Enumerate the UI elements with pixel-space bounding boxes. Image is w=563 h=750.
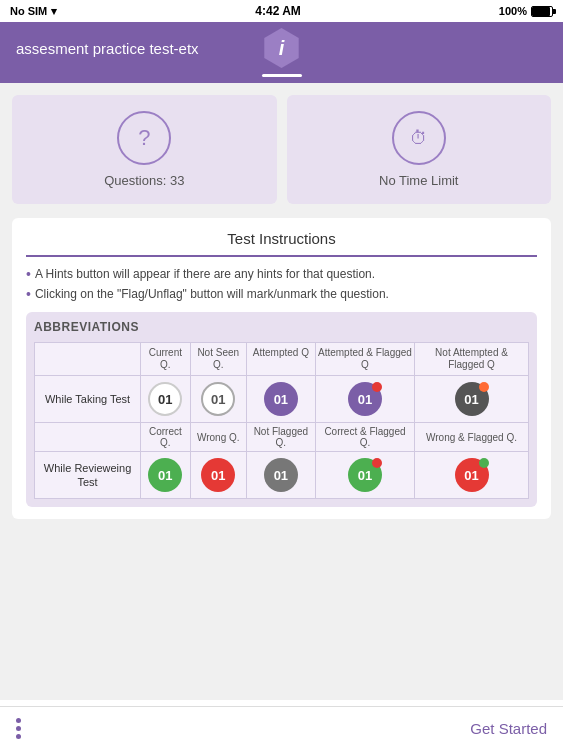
col-header-notattempted-flagged: Not Attempted & Flagged Q [415, 343, 529, 376]
taking-test-label: While Taking Test [35, 376, 141, 423]
get-started-button[interactable]: Get Started [470, 720, 547, 737]
notflagged-q-header: Not Flagged Q. [246, 423, 315, 452]
dot-1 [16, 718, 21, 723]
taking-attempted-flagged-badge: 01 [348, 382, 382, 416]
tab-indicator [262, 74, 302, 77]
instructions-divider [26, 255, 537, 257]
reviewing-correct-badge: 01 [148, 458, 182, 492]
taking-current-badge: 01 [148, 382, 182, 416]
reviewing-notflagged-cell: 01 [246, 452, 315, 499]
status-right: 100% [499, 5, 553, 17]
carrier-text: No SIM [10, 5, 47, 17]
reviewing-test-row: While Revieweing Test 01 01 01 01 [35, 452, 529, 499]
bullet-1: • [26, 266, 31, 282]
reviewing-notflagged-badge: 01 [264, 458, 298, 492]
instruction-item-2: • Clicking on the "Flag/Unflag" button w… [26, 287, 537, 302]
col-header-attempted-flagged: Attempted & Flagged Q [315, 343, 414, 376]
wrongflagged-q-header: Wrong & Flagged Q. [415, 423, 529, 452]
reviewing-wrongflagged-badge: 01 [455, 458, 489, 492]
bullet-2: • [26, 286, 31, 302]
taking-test-row: While Taking Test 01 01 01 01 [35, 376, 529, 423]
signal-icon: ▾ [51, 5, 57, 18]
status-bar: No SIM ▾ 4:42 AM 100% [0, 0, 563, 22]
correctflagged-q-header: Correct & Flagged Q. [315, 423, 414, 452]
bottom-bar: Get Started [0, 706, 563, 750]
instructions-section: Test Instructions • A Hints button will … [12, 218, 551, 519]
status-left: No SIM ▾ [10, 5, 57, 18]
taking-attempted-flagged-cell: 01 [315, 376, 414, 423]
abbreviations-table: Current Q. Not Seen Q. Attempted Q Attem… [34, 342, 529, 499]
header: assesment practice test-etx i [0, 22, 563, 74]
col-header-empty [35, 343, 141, 376]
questions-card: ? Questions: 33 [12, 95, 277, 204]
wrong-q-header: Wrong Q. [190, 423, 246, 452]
abbreviations-section: ABBREVIATIONS Current Q. Not Seen Q. Att… [26, 312, 537, 507]
status-time: 4:42 AM [255, 4, 301, 18]
flag-red-dot [372, 382, 382, 392]
instruction-text-2: Clicking on the "Flag/Unflag" button wil… [35, 287, 389, 301]
info-badge[interactable]: i [262, 28, 302, 68]
instruction-text-1: A Hints button will appear if there are … [35, 267, 375, 281]
taking-notattempted-flagged-cell: 01 [415, 376, 529, 423]
correct-q-header: Correct Q. [141, 423, 190, 452]
taking-notattempted-flagged-badge: 01 [455, 382, 489, 416]
abbreviations-title: ABBREVIATIONS [34, 320, 529, 334]
time-card: ⏱ No Time Limit [287, 95, 552, 204]
col-header-notseen: Not Seen Q. [190, 343, 246, 376]
correct-label-row: Correct Q. Wrong Q. Not Flagged Q. Corre… [35, 423, 529, 452]
stats-row: ? Questions: 33 ⏱ No Time Limit [12, 95, 551, 204]
questions-icon: ? [117, 111, 171, 165]
dot-2 [16, 726, 21, 731]
correct-label-empty [35, 423, 141, 452]
main-content: ? Questions: 33 ⏱ No Time Limit Test Ins… [0, 83, 563, 700]
flag-orange-dot [479, 382, 489, 392]
reviewing-wrong-cell: 01 [190, 452, 246, 499]
dots-menu[interactable] [16, 718, 21, 739]
reviewing-correctflagged-cell: 01 [315, 452, 414, 499]
tab-bar [0, 74, 563, 83]
instructions-title: Test Instructions [26, 230, 537, 247]
info-icon: i [279, 37, 285, 60]
flag-green-dot [479, 458, 489, 468]
header-title: assesment practice test-etx [16, 40, 199, 57]
taking-current-cell: 01 [141, 376, 190, 423]
time-label: No Time Limit [379, 173, 458, 188]
instruction-item-1: • A Hints button will appear if there ar… [26, 267, 537, 282]
taking-attempted-cell: 01 [246, 376, 315, 423]
taking-attempted-badge: 01 [264, 382, 298, 416]
taking-notseen-cell: 01 [190, 376, 246, 423]
reviewing-test-label: While Revieweing Test [35, 452, 141, 499]
flag-red-dot-2 [372, 458, 382, 468]
dot-3 [16, 734, 21, 739]
reviewing-wrongflagged-cell: 01 [415, 452, 529, 499]
battery-percent: 100% [499, 5, 527, 17]
reviewing-wrong-badge: 01 [201, 458, 235, 492]
col-header-current: Current Q. [141, 343, 190, 376]
questions-label: Questions: 33 [104, 173, 184, 188]
taking-notseen-badge: 01 [201, 382, 235, 416]
col-header-attempted: Attempted Q [246, 343, 315, 376]
reviewing-correctflagged-badge: 01 [348, 458, 382, 492]
reviewing-correct-cell: 01 [141, 452, 190, 499]
battery-icon [531, 6, 553, 17]
time-icon: ⏱ [392, 111, 446, 165]
